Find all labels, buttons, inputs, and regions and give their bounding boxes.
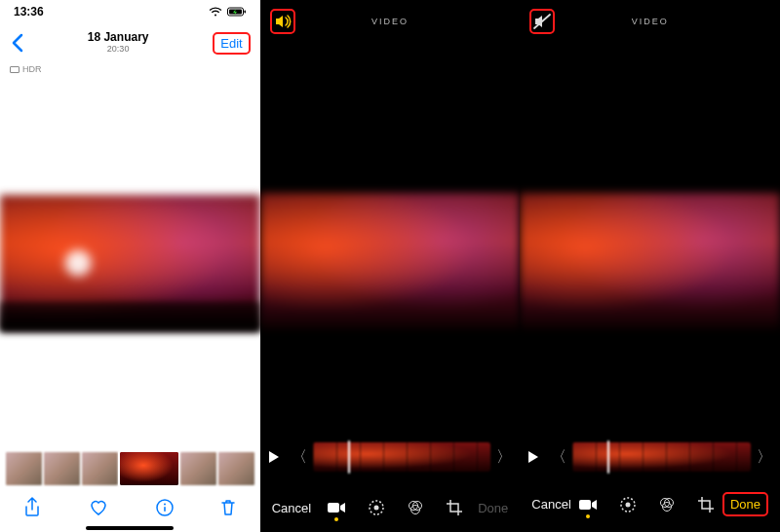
thumbnail[interactable] <box>6 452 42 485</box>
thumbnail[interactable] <box>180 452 216 485</box>
title-time: 20:30 <box>88 45 149 55</box>
hdr-label: HDR <box>22 64 42 74</box>
sound-toggle-button[interactable] <box>270 9 295 34</box>
thumbnail-strip[interactable] <box>0 452 260 485</box>
play-icon <box>527 450 539 464</box>
trim-handle-right[interactable]: 〉 <box>757 447 772 468</box>
info-button[interactable] <box>156 499 174 516</box>
status-time: 13:36 <box>14 5 44 19</box>
media-preview-crowd <box>0 302 260 331</box>
editor-nav: VIDEO <box>520 0 780 43</box>
share-button[interactable] <box>23 497 41 518</box>
thumbnail[interactable] <box>218 452 254 485</box>
svg-rect-6 <box>328 503 339 513</box>
adjust-icon <box>619 496 637 513</box>
svg-rect-5 <box>164 507 166 512</box>
speaker-muted-icon <box>533 14 551 29</box>
done-button-disabled: Done <box>478 501 508 515</box>
scrubber[interactable] <box>607 440 609 474</box>
mode-adjust-button[interactable] <box>368 499 385 516</box>
trim-handle-left[interactable]: 〈 <box>551 447 566 468</box>
nav-title: 18 January 20:30 <box>88 31 149 54</box>
video-icon <box>327 501 346 514</box>
cancel-button[interactable]: Cancel <box>272 501 311 515</box>
editor-nav: VIDEO <box>260 0 521 43</box>
info-icon <box>156 499 174 516</box>
editor-toolbar: Cancel Done <box>520 492 780 516</box>
play-icon <box>268 450 280 464</box>
mode-crop-button[interactable] <box>446 499 463 516</box>
wifi-icon <box>208 7 223 18</box>
play-button[interactable] <box>268 450 286 464</box>
video-editor-screen-muted: VIDEO 〈 〉 Cancel Done <box>520 0 780 532</box>
frame-strip[interactable] <box>313 442 491 472</box>
editor-toolbar: Cancel Done <box>260 499 521 516</box>
home-indicator[interactable] <box>86 526 174 530</box>
hdr-badge: HDR <box>10 64 42 74</box>
timeline[interactable]: 〈 〉 <box>268 440 513 474</box>
heart-icon <box>89 499 108 516</box>
filters-icon <box>658 496 676 513</box>
svg-point-14 <box>626 502 631 507</box>
back-button[interactable] <box>10 33 23 53</box>
status-bar: 13:36 <box>0 0 260 23</box>
edit-button[interactable]: Edit <box>213 32 250 55</box>
done-button[interactable]: Done <box>722 492 768 516</box>
battery-charging-icon <box>227 7 247 18</box>
svg-point-8 <box>373 506 378 511</box>
crop-icon <box>697 496 715 513</box>
video-preview[interactable] <box>520 193 780 329</box>
trim-handle-right[interactable]: 〉 <box>496 447 512 468</box>
favorite-button[interactable] <box>89 499 108 516</box>
svg-point-4 <box>164 504 166 506</box>
cancel-button[interactable]: Cancel <box>531 497 570 512</box>
title-date: 18 January <box>88 31 149 44</box>
editor-mode-icons <box>578 496 715 513</box>
share-icon <box>23 497 41 518</box>
mode-filters-button[interactable] <box>407 499 424 516</box>
trim-handle-left[interactable]: 〈 <box>292 447 307 468</box>
filters-icon <box>407 499 424 516</box>
timeline[interactable]: 〈 〉 <box>527 440 772 474</box>
thumbnail-selected[interactable] <box>120 452 177 485</box>
editor-mode-icons <box>327 499 463 516</box>
video-preview[interactable] <box>260 193 521 329</box>
editor-mode-label: VIDEO <box>371 17 409 26</box>
mode-crop-button[interactable] <box>697 496 715 513</box>
mode-video-button[interactable] <box>578 498 598 512</box>
trash-icon <box>220 498 236 517</box>
adjust-icon <box>368 499 385 516</box>
editor-mode-label: VIDEO <box>632 17 669 26</box>
svg-rect-12 <box>579 500 591 510</box>
photos-detail-screen: 13:36 18 January 20:30 Edit HDR <box>0 0 260 532</box>
speaker-on-icon <box>274 14 292 29</box>
video-editor-screen-sound-on: VIDEO 〈 〉 Cancel Done <box>260 0 521 532</box>
mode-filters-button[interactable] <box>658 496 676 513</box>
frame-strip[interactable] <box>572 442 751 472</box>
crop-icon <box>446 499 463 516</box>
play-button[interactable] <box>527 450 545 464</box>
svg-rect-2 <box>244 10 246 13</box>
sound-toggle-button[interactable] <box>529 9 555 34</box>
status-indicators <box>208 7 247 18</box>
chevron-left-icon <box>10 33 23 53</box>
bottom-toolbar <box>0 491 260 524</box>
mode-video-button[interactable] <box>327 501 346 514</box>
hdr-box-icon <box>10 66 20 73</box>
scrubber[interactable] <box>348 440 350 474</box>
thumbnail[interactable] <box>82 452 118 485</box>
thumbnail[interactable] <box>44 452 80 485</box>
delete-button[interactable] <box>220 498 236 517</box>
mode-adjust-button[interactable] <box>619 496 637 513</box>
nav-bar: 18 January 20:30 Edit <box>0 23 260 62</box>
video-icon <box>578 498 598 512</box>
